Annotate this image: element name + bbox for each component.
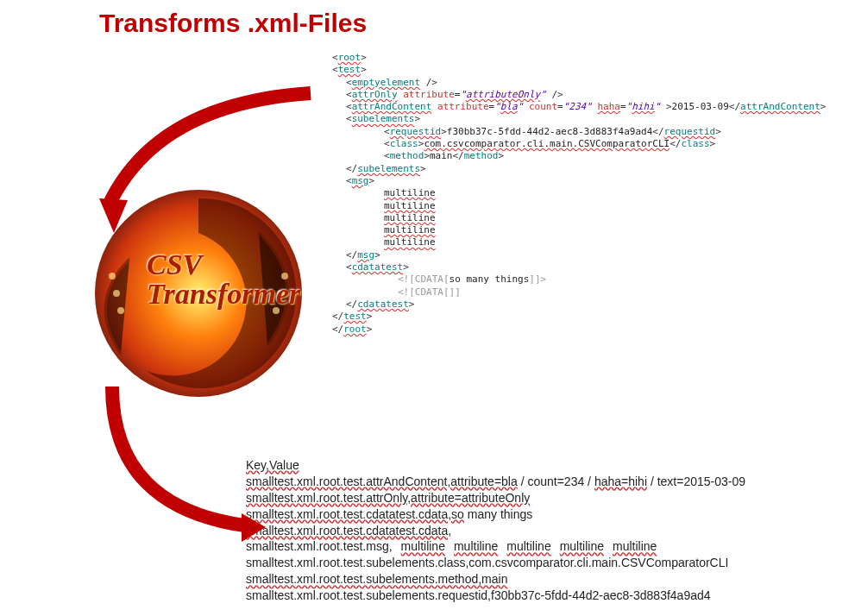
logo-line2: Transformer — [147, 280, 300, 309]
logo-line1: CSV — [147, 250, 300, 280]
svg-point-4 — [113, 290, 120, 297]
xml-code-block: <root> <test> <emptyelement /> <attrOnly… — [332, 52, 826, 336]
arrow-top-icon — [78, 86, 328, 242]
page-title: Transforms .xml-Files — [99, 9, 367, 38]
arrow-bottom-icon — [78, 380, 267, 552]
svg-point-5 — [117, 307, 124, 314]
csv-output-block: Key,Value smalltest.xml.root.test.attrAn… — [246, 457, 745, 604]
svg-marker-1 — [242, 513, 266, 542]
logo-text: CSV Transformer — [147, 250, 300, 309]
svg-marker-0 — [99, 198, 128, 233]
svg-point-3 — [109, 273, 116, 280]
